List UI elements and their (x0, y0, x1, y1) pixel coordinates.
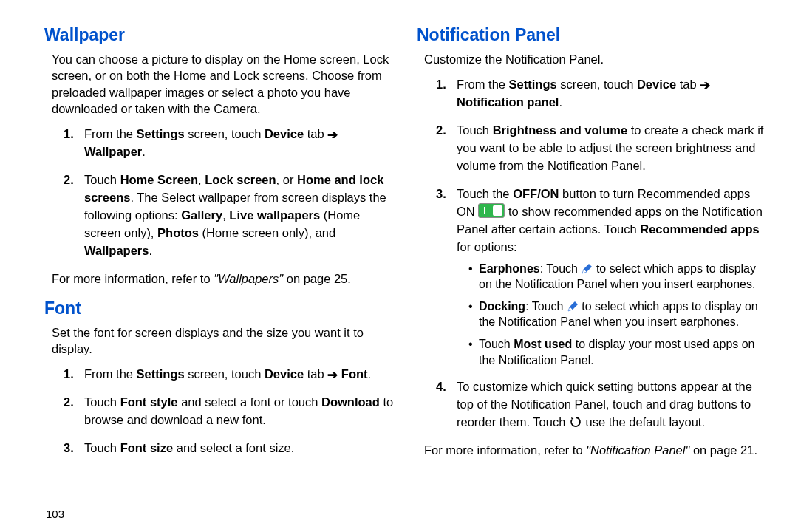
text: and select a font or touch (178, 395, 321, 409)
font-word: Font (341, 367, 368, 381)
recommended-apps-word: Recommended apps (640, 222, 759, 236)
notification-step-4: 4. To customize which quick setting butt… (436, 378, 768, 432)
text: on page 21. (689, 443, 757, 457)
text: screen, touch (557, 78, 637, 91)
off-on-word: OFF/ON (513, 187, 559, 200)
page-number: 103 (46, 508, 64, 520)
text: Touch the (457, 187, 513, 200)
bullet-docking: Docking: Touch to select which apps to d… (468, 299, 768, 330)
text: (Home screen only), and (199, 226, 335, 239)
arrow-right-icon: ➔ (327, 126, 338, 144)
lock-screen-word: Lock screen (205, 173, 276, 186)
text: , (222, 208, 229, 222)
wallpaper-intro: You can choose a picture to display on t… (52, 51, 396, 117)
device-word: Device (265, 127, 304, 140)
live-wallpapers-word: Live wallpapers (229, 208, 320, 222)
gallery-word: Gallery (181, 208, 222, 222)
font-intro: Set the font for screen displays and the… (52, 324, 396, 358)
toggle-on-icon (478, 203, 505, 218)
notification-heading: Notification Panel (417, 25, 768, 45)
most-used-word: Most used (514, 338, 572, 350)
arrow-right-icon: ➔ (327, 366, 338, 384)
text: . (368, 367, 372, 381)
text: . (149, 244, 152, 257)
text: on page 25. (283, 272, 351, 285)
font-style-word: Font style (120, 395, 178, 409)
font-heading: Font (44, 299, 396, 318)
text: , or (276, 173, 297, 186)
text: tab (676, 78, 700, 91)
pencil-icon (581, 263, 593, 275)
earphones-word: Earphones (479, 262, 540, 275)
docking-word: Docking (479, 300, 525, 313)
font-size-word: Font size (120, 441, 174, 454)
text: and select a font size. (173, 441, 294, 454)
pencil-icon (567, 301, 579, 313)
text: Touch (479, 338, 514, 350)
wallpaper-heading: Wallpaper (44, 25, 396, 45)
text: tab (304, 127, 327, 140)
reset-icon (569, 415, 582, 429)
text: screen, touch (185, 127, 265, 140)
photos-word: Photos (157, 226, 199, 239)
text: use the default layout. (586, 415, 705, 429)
arrow-right-icon: ➔ (700, 77, 710, 95)
text: tab (304, 367, 327, 381)
device-word: Device (265, 367, 304, 381)
font-step-1: 1. From the Settings screen, touch Devic… (64, 366, 396, 383)
text: for options: (457, 240, 517, 253)
wallpaper-reference: For more information, refer to "Wallpape… (52, 270, 396, 287)
text: For more information, refer to (424, 443, 586, 457)
text: From the (84, 127, 137, 140)
notification-step-2: 2. Touch Brightness and volume to create… (436, 122, 768, 175)
font-step-3: 3. Touch Font size and select a font siz… (64, 440, 396, 457)
text: : Touch (525, 300, 567, 313)
text: screen, touch (185, 367, 265, 381)
bullet-most-used: Touch Most used to display your most use… (468, 336, 768, 368)
text: . (559, 95, 562, 109)
text: From the (84, 367, 137, 381)
settings-word: Settings (509, 78, 557, 91)
text: . (142, 145, 146, 158)
notification-step-3: 3. Touch the OFF/ON button to turn Recom… (436, 185, 768, 368)
notification-reference: For more information, refer to "Notifica… (424, 442, 768, 458)
device-word: Device (637, 78, 676, 91)
text: Touch (457, 123, 493, 137)
brightness-volume-word: Brightness and volume (493, 123, 627, 137)
settings-word: Settings (137, 127, 185, 140)
notification-panel-word: Notification panel (457, 95, 559, 109)
notification-intro: Customize the Notification Panel. (424, 51, 768, 67)
wallpaper-step-1: 1. From the Settings screen, touch Devic… (64, 126, 396, 161)
text: From the (457, 78, 509, 91)
text: , (198, 173, 205, 186)
home-screen-word: Home Screen (120, 173, 198, 186)
text: For more information, refer to (52, 272, 214, 285)
wallpaper-step-2: 2. Touch Home Screen, Lock screen, or Ho… (64, 171, 396, 260)
ref-quote: "Notification Panel" (586, 443, 689, 457)
ref-quote: "Wallpapers" (214, 272, 283, 285)
settings-word: Settings (137, 367, 185, 381)
text: : Touch (540, 262, 582, 275)
bullet-earphones: Earphones: Touch to select which apps to… (468, 261, 768, 293)
download-word: Download (321, 395, 380, 409)
text: Touch (84, 395, 120, 409)
wallpapers-word: Wallpapers (84, 244, 149, 257)
notification-step-1: 1. From the Settings screen, touch Devic… (436, 76, 768, 112)
font-step-2: 2. Touch Font style and select a font or… (64, 394, 396, 429)
text: Touch (84, 173, 120, 186)
wallpaper-word: Wallpaper (84, 145, 142, 158)
text: Touch (84, 441, 120, 454)
